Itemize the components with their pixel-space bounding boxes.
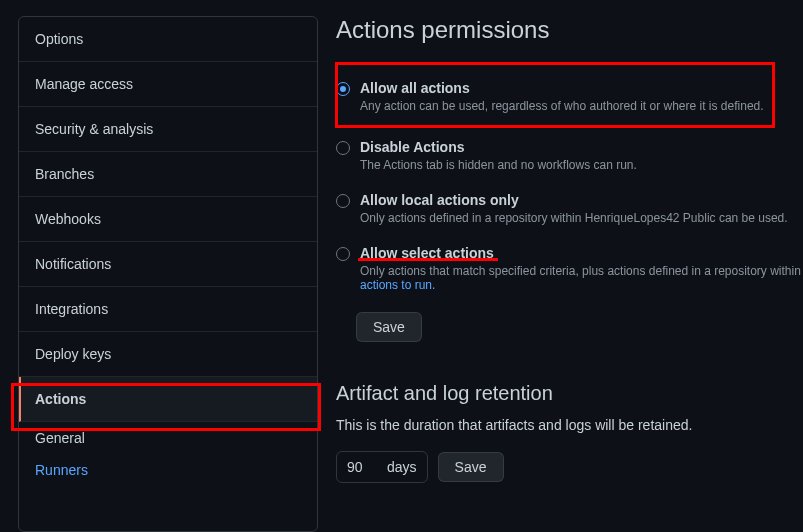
sidebar-label: Security & analysis [35,121,153,137]
sidebar-item-security-analysis[interactable]: Security & analysis [19,107,317,152]
sidebar-item-manage-access[interactable]: Manage access [19,62,317,107]
radio-icon[interactable] [336,82,350,96]
option-label: Disable Actions [360,139,803,155]
retention-row: days Save [336,451,803,483]
sidebar-item-actions[interactable]: Actions [19,377,317,422]
annotation-underline [358,258,498,261]
sidebar-label: Actions [35,391,86,407]
option-disable[interactable]: Disable Actions The Actions tab is hidde… [336,133,803,178]
learn-more-link[interactable]: actions to run. [360,278,435,292]
retention-unit: days [387,459,417,475]
sidebar-item-options[interactable]: Options [19,17,317,62]
settings-sidebar: Options Manage access Security & analysi… [18,16,318,532]
option-select-actions[interactable]: Allow select actions Only actions that m… [336,239,803,298]
sidebar-item-webhooks[interactable]: Webhooks [19,197,317,242]
sidebar-label: Options [35,31,83,47]
sidebar-item-notifications[interactable]: Notifications [19,242,317,287]
sidebar-sub-label: General [35,430,85,446]
sidebar-item-branches[interactable]: Branches [19,152,317,197]
sidebar-label: Manage access [35,76,133,92]
sidebar-label: Integrations [35,301,108,317]
option-desc: Any action can be used, regardless of wh… [360,99,803,113]
sidebar-sub-label: Runners [35,462,88,478]
retention-title: Artifact and log retention [336,382,803,405]
radio-icon[interactable] [336,194,350,208]
save-permissions-button[interactable]: Save [356,312,422,342]
option-local-only[interactable]: Allow local actions only Only actions de… [336,186,803,231]
sidebar-subitem-runners[interactable]: Runners [19,454,317,486]
option-desc: Only actions that match specified criter… [360,264,803,292]
sidebar-label: Notifications [35,256,111,272]
option-desc-text: Only actions that match specified criter… [360,264,801,278]
main-content: Actions permissions Allow all actions An… [318,0,803,532]
retention-desc: This is the duration that artifacts and … [336,417,803,433]
option-desc: The Actions tab is hidden and no workflo… [360,158,803,172]
sidebar-item-deploy-keys[interactable]: Deploy keys [19,332,317,377]
sidebar-subitem-general[interactable]: General [19,422,317,454]
radio-icon[interactable] [336,247,350,261]
option-label: Allow local actions only [360,192,803,208]
permissions-radio-group: Allow all actions Any action can be used… [336,68,803,342]
sidebar-item-integrations[interactable]: Integrations [19,287,317,332]
save-retention-button[interactable]: Save [438,452,504,482]
retention-days-wrapper: days [336,451,428,483]
sidebar-label: Webhooks [35,211,101,227]
retention-days-input[interactable] [347,459,377,475]
sidebar-label: Branches [35,166,94,182]
option-allow-all[interactable]: Allow all actions Any action can be used… [336,68,803,125]
page-title: Actions permissions [336,16,803,44]
option-label: Allow all actions [360,80,803,96]
option-desc: Only actions defined in a repository wit… [360,211,803,225]
sidebar-label: Deploy keys [35,346,111,362]
radio-icon[interactable] [336,141,350,155]
